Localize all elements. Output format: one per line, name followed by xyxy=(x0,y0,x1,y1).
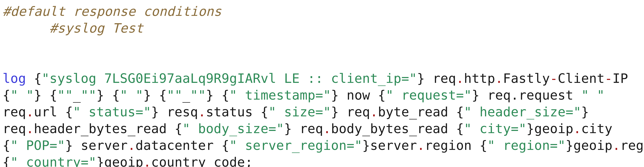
string-city: " city=" xyxy=(464,121,526,136)
expr-req: req xyxy=(292,121,323,136)
expr-server: server xyxy=(73,138,128,153)
expr-datacenter: datacenter xyxy=(136,138,222,153)
string-size: " size=" xyxy=(268,104,331,120)
dot: . xyxy=(26,121,34,136)
string-space: " " xyxy=(10,88,34,103)
dot: . xyxy=(143,155,151,167)
string-body-size: " body_size=" xyxy=(182,121,284,136)
string-header-size: " header_size=" xyxy=(464,104,581,120)
expr-header-bytes-read: header_bytes_read xyxy=(34,121,175,136)
string-empty: "" xyxy=(81,88,96,103)
expr-status: status xyxy=(206,104,260,120)
underscore: _ xyxy=(73,88,81,103)
dot: . xyxy=(417,138,425,153)
expr-req: req xyxy=(2,104,26,120)
expr-geoip: geoip xyxy=(104,155,143,167)
expr-byte-read: byte_read xyxy=(378,104,456,120)
expr-client: Client xyxy=(558,71,604,86)
string-server-region: " server_region=" xyxy=(230,138,362,153)
dot: . xyxy=(370,104,378,120)
expr-region: region xyxy=(620,138,644,153)
dot: . xyxy=(198,104,206,120)
expr-body-bytes-read: body_bytes_read xyxy=(331,121,456,136)
string-empty: "" xyxy=(190,88,206,103)
string-request: " request=" xyxy=(386,88,472,103)
code-block: #default response conditions #syslog Tes… xyxy=(0,0,644,167)
expr-resq: resq xyxy=(159,104,198,120)
comment-line-2: #syslog Test xyxy=(50,20,143,36)
string-pop: " POP=" xyxy=(10,138,65,153)
expr-fastly: Fastly xyxy=(503,71,550,86)
string-timestamp: " timestamp=" xyxy=(230,88,331,103)
string-space: " " xyxy=(120,88,143,103)
expr-ip: IP xyxy=(612,71,628,86)
dot: . xyxy=(456,71,464,86)
dot: . xyxy=(128,138,136,153)
expr-server: server xyxy=(370,138,417,153)
expr-req: req xyxy=(2,121,26,136)
dot: . xyxy=(612,138,620,153)
string-empty: "" xyxy=(57,88,73,103)
expr-country-code: country_code xyxy=(151,155,245,167)
expr-http: http xyxy=(464,71,495,86)
string-region: " region=" xyxy=(488,138,566,153)
semicolon: ; xyxy=(245,155,253,167)
expr-city: city xyxy=(581,121,612,136)
dot: . xyxy=(323,121,331,136)
keyword-log: log xyxy=(2,71,26,86)
expr-now: now xyxy=(339,88,378,103)
dot: . xyxy=(495,71,503,86)
underscore: _ xyxy=(182,88,190,103)
expr-region: region xyxy=(425,138,480,153)
dot: . xyxy=(574,121,581,136)
expr-req-ip: req xyxy=(425,71,456,86)
comment-line-1: #default response conditions xyxy=(2,4,222,19)
string-space-bare: " " xyxy=(581,88,604,103)
string-syslog: "syslog 7LSG0Ei97aaLq9R9gIARvl LE :: cli… xyxy=(42,71,417,86)
dash: - xyxy=(550,71,558,86)
dash: - xyxy=(604,71,612,86)
expr-geoip: geoip xyxy=(534,121,574,136)
expr-req-request: req.request xyxy=(480,88,581,103)
expr-url: url xyxy=(34,104,65,120)
string-country: " country=" xyxy=(10,155,96,167)
dot: . xyxy=(26,104,34,120)
expr-geoip: geoip xyxy=(574,138,612,153)
expr-req: req xyxy=(339,104,370,120)
string-empty: "" xyxy=(167,88,182,103)
string-status: " status=" xyxy=(73,104,151,120)
